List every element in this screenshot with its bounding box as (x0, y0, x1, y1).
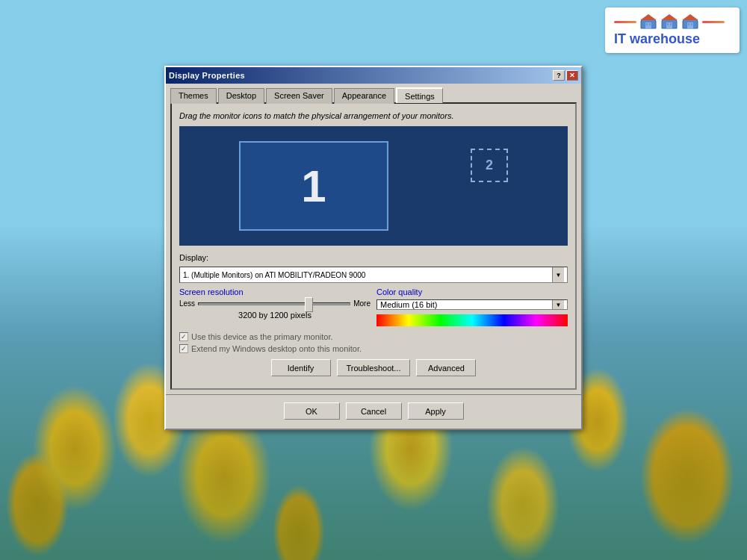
title-bar-buttons: ? ✕ (553, 70, 578, 81)
extend-desktop-label: Extend my Windows desktop onto this moni… (191, 344, 362, 353)
monitor-2-number: 2 (486, 158, 493, 173)
svg-rect-12 (688, 23, 689, 25)
logo-it: IT (614, 31, 626, 46)
display-label: Display: (179, 253, 220, 262)
primary-monitor-checkbox[interactable]: ✓ (179, 332, 188, 341)
monitor-2[interactable]: 2 (471, 149, 508, 182)
color-quality-dropdown-arrow: ▼ (552, 300, 564, 309)
ok-button[interactable]: OK (284, 402, 340, 420)
color-quality-group: Color quality Medium (16 bit) ▼ (376, 287, 568, 326)
svg-rect-2 (646, 23, 648, 25)
troubleshoot-button[interactable]: Troubleshoot... (337, 359, 411, 376)
svg-marker-14 (682, 14, 698, 20)
action-buttons-row: Identify Troubleshoot... Advanced (179, 359, 568, 376)
logo-house-3 (681, 13, 699, 30)
monitor-1-number: 1 (301, 161, 326, 212)
screen-resolution-label: Screen resolution (179, 287, 371, 296)
close-button[interactable]: ✕ (566, 70, 578, 81)
less-label: Less (179, 299, 195, 308)
ok-cancel-apply-row: OK Cancel Apply (170, 398, 577, 424)
primary-monitor-label: Use this device as the primary monitor. (191, 332, 333, 341)
monitor-1[interactable]: 1 (239, 141, 388, 231)
title-bar: Display Properties ? ✕ (166, 67, 581, 84)
extend-desktop-checkbox-row[interactable]: ✓ Extend my Windows desktop onto this mo… (179, 344, 568, 353)
slider-row: Less More (179, 299, 371, 308)
tab-settings[interactable]: Settings (396, 87, 443, 103)
display-dropdown-row: 1. (Multiple Monitors) on ATI MOBILITY/R… (179, 267, 568, 283)
primary-monitor-checkbox-row[interactable]: ✓ Use this device as the primary monitor… (179, 332, 568, 341)
svg-rect-8 (670, 23, 672, 25)
svg-rect-7 (667, 23, 669, 25)
logo-container: IT warehouse (605, 7, 740, 53)
tab-themes[interactable]: Themes (170, 88, 217, 104)
svg-rect-3 (649, 23, 651, 25)
dialog-content: Drag the monitor icons to match the phys… (170, 102, 577, 390)
more-label: More (353, 299, 371, 308)
logo-line-left (614, 21, 636, 23)
tabs-row: Themes Desktop Screen Saver Appearance S… (166, 84, 581, 102)
help-button[interactable]: ? (553, 70, 565, 81)
tab-appearance[interactable]: Appearance (334, 88, 394, 104)
logo-line-right (702, 21, 725, 23)
resolution-slider-thumb[interactable] (305, 297, 313, 312)
screen-resolution-group: Screen resolution Less More 3200 by 1200… (179, 287, 371, 326)
dialog-bottom: OK Cancel Apply (166, 394, 581, 429)
instruction-text: Drag the monitor icons to match the phys… (179, 111, 568, 120)
cancel-button[interactable]: Cancel (346, 402, 402, 420)
tab-screen-saver[interactable]: Screen Saver (266, 88, 332, 104)
controls-grid: Screen resolution Less More 3200 by 1200… (179, 287, 568, 326)
apply-button[interactable]: Apply (408, 402, 464, 420)
color-quality-label: Color quality (376, 287, 568, 296)
logo-house-2 (660, 13, 678, 30)
dialog-title: Display Properties (169, 71, 245, 80)
display-dropdown-arrow: ▼ (552, 267, 564, 282)
color-quality-dropdown[interactable]: Medium (16 bit) ▼ (376, 299, 568, 310)
logo-house-1 (639, 13, 657, 30)
logo-warehouse: warehouse (630, 31, 700, 46)
display-dropdown[interactable]: 1. (Multiple Monitors) on ATI MOBILITY/R… (179, 267, 568, 283)
tab-desktop[interactable]: Desktop (218, 88, 264, 104)
display-dropdown-value: 1. (Multiple Monitors) on ATI MOBILITY/R… (183, 271, 365, 279)
svg-marker-4 (640, 14, 657, 20)
logo-text: IT warehouse (614, 31, 700, 47)
resolution-value: 3200 by 1200 pixels (179, 311, 371, 320)
resolution-slider-track[interactable] (198, 302, 350, 305)
svg-rect-13 (691, 23, 692, 25)
color-bar (376, 314, 568, 326)
monitor-preview-area: 1 2 (179, 126, 568, 246)
advanced-button[interactable]: Advanced (416, 359, 476, 376)
identify-button[interactable]: Identify (271, 359, 331, 376)
display-field-row: Display: (179, 253, 568, 262)
color-quality-value: Medium (16 bit) (380, 300, 437, 309)
logo-houses (614, 13, 725, 30)
svg-marker-9 (661, 14, 678, 20)
extend-desktop-checkbox[interactable]: ✓ (179, 344, 188, 353)
display-properties-dialog: Display Properties ? ✕ Themes Desktop Sc… (164, 66, 583, 430)
